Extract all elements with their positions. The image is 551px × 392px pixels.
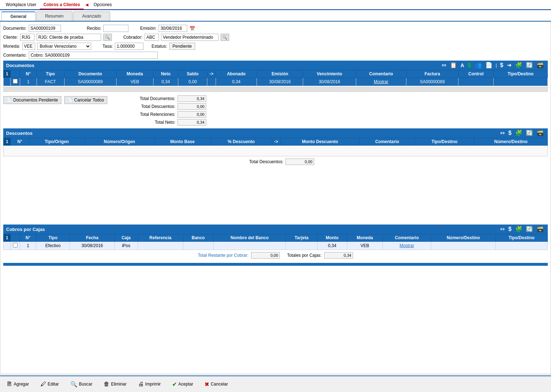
desc-dollar-btn[interactable]: $ xyxy=(507,130,513,136)
cajas-col-comentario: Comentario xyxy=(383,234,431,242)
emision-input[interactable] xyxy=(159,25,187,32)
cancelar-todos-button[interactable]: 📄 Cancelar Todos xyxy=(64,96,107,104)
doc-row-check[interactable] xyxy=(11,78,20,86)
doc-pending-icon: 📄 xyxy=(6,98,12,103)
doc-col-neto: Moneda xyxy=(116,70,153,78)
arrow-right-btn[interactable]: ➜ xyxy=(506,62,513,69)
comentario-input[interactable] xyxy=(29,52,158,59)
action-btns: 📄 Documentos Pendiente 📄 Cancelar Todos xyxy=(3,96,107,104)
cobrador-label: Cobrador: xyxy=(123,35,142,40)
comentario-label: Comentario: xyxy=(3,53,27,58)
desc-expand-btn[interactable]: ⇔ xyxy=(499,130,506,136)
cajas-row-1[interactable]: 1 Efectivo 30/08/2016 iPos 0,34 VEB Most… xyxy=(4,242,548,250)
money-green-btn[interactable]: $ xyxy=(467,62,472,69)
documentos-hscrollbar[interactable] xyxy=(3,87,548,92)
editar-icon: 🖊 xyxy=(41,381,46,387)
menu-opciones[interactable]: Opciones xyxy=(90,1,116,9)
cajas-puzzle-btn[interactable]: 🧩 xyxy=(514,226,523,232)
eliminar-button[interactable]: 🗑 Eliminar xyxy=(101,379,129,389)
descuentos-section: Descuentos ⇔ $ 🧩 🔄 🗃️ 1 N° Tipo/Origen N… xyxy=(3,128,548,165)
doc-row-1[interactable]: 1 FACT SA00000089 VEB 0,34 0,00 0,34 30/… xyxy=(4,78,548,86)
font-btn[interactable]: A xyxy=(460,62,465,68)
doc-row-comentario[interactable]: Mostrar xyxy=(356,78,406,86)
agregar-button[interactable]: 🖹 Agregar xyxy=(4,379,32,389)
doc-col-abonado: -> xyxy=(207,70,216,78)
menu-workplace-user[interactable]: Workplace User xyxy=(2,1,40,9)
cajas-db-btn[interactable]: 🗃️ xyxy=(536,226,545,232)
cajas-row-numero-destino xyxy=(431,242,495,250)
cajas-refresh-btn[interactable]: 🔄 xyxy=(525,226,534,232)
moneda-code-input[interactable] xyxy=(22,43,35,50)
documentos-section: Documentos ⇔ 📋 A $ 👥 📄 | $ ➜ 🧩 🔄 🗃️ 1 xyxy=(3,61,548,92)
puzzle-btn[interactable]: 🧩 xyxy=(514,62,523,69)
cobros-cajas-toolbar: ⇔ $ 🧩 🔄 🗃️ xyxy=(499,226,545,232)
db-btn[interactable]: 🗃️ xyxy=(536,62,545,69)
table-btn[interactable]: 📋 xyxy=(449,62,458,69)
menu-bar: Workplace User Cobros a Clientes ◄ Opcio… xyxy=(0,0,551,10)
cliente-code-input[interactable] xyxy=(20,34,34,41)
cobrador-name-input[interactable] xyxy=(161,34,218,41)
cajas-col-moneda: Moneda xyxy=(347,234,382,242)
cajas-dollar-btn[interactable]: $ xyxy=(507,226,513,232)
cajas-col-index: 1 xyxy=(4,234,11,242)
documento-input[interactable] xyxy=(29,25,61,32)
expand-btn[interactable]: ⇔ xyxy=(441,62,447,69)
cancelar-button[interactable]: ✖ Cancelar xyxy=(202,379,231,389)
tab-resumen[interactable]: Resumen xyxy=(36,11,72,21)
desc-total-label: Total Descuentos: xyxy=(237,159,283,164)
cobrador-code-input[interactable] xyxy=(145,34,159,41)
desc-puzzle-btn[interactable]: 🧩 xyxy=(514,130,523,136)
desc-col-tipo-destino: Tipo/Destino xyxy=(415,138,474,146)
descuentos-toolbar: ⇔ $ 🧩 🔄 🗃️ xyxy=(499,130,545,136)
cajas-row-check[interactable] xyxy=(11,242,20,250)
tab-general[interactable]: General xyxy=(1,11,36,21)
cobrador-search-button[interactable]: 🔍 xyxy=(221,34,229,41)
doc-col-tipo-destino2: Tipo/Destino xyxy=(494,70,548,78)
aceptar-label: Aceptar xyxy=(178,382,193,387)
desc-db-btn[interactable]: 🗃️ xyxy=(536,130,545,136)
editar-label: Editar xyxy=(48,382,59,387)
moneda-label: Moneda: xyxy=(3,44,20,49)
cajas-row-fecha: 30/08/2016 xyxy=(70,242,114,250)
tasa-input[interactable] xyxy=(115,43,143,50)
desc-col-num: N° xyxy=(11,138,29,146)
totales-cajas-input xyxy=(324,252,353,259)
total-neto-input xyxy=(178,119,206,126)
cajas-row-comentario[interactable]: Mostrar xyxy=(383,242,431,250)
refresh-btn[interactable]: 🔄 xyxy=(525,62,534,69)
documentos-title: Documentos xyxy=(6,63,34,68)
buscar-button[interactable]: 🔍 Buscar xyxy=(67,379,95,389)
calendar-icon[interactable]: 📅 xyxy=(189,26,195,31)
form-row-4: Comentario: xyxy=(3,52,548,59)
menu-cobros-clientes[interactable]: Cobros a Clientes xyxy=(40,1,84,9)
doc-col-documento: Tipo xyxy=(37,70,64,78)
tab-avanzado[interactable]: Avanzado xyxy=(73,11,110,21)
imprimir-button[interactable]: 🖨 Imprimir xyxy=(135,379,164,389)
desc-empty-row xyxy=(4,146,548,156)
form-row-2: Cliente: 🔍 Cobrador: 🔍 xyxy=(3,34,548,41)
people-btn[interactable]: 👥 xyxy=(474,62,483,69)
doc-col-saldo: Neto xyxy=(153,70,178,78)
cajas-row-num: 1 xyxy=(20,242,36,250)
editar-button[interactable]: 🖊 Editar xyxy=(38,379,62,389)
aceptar-button[interactable]: ✔ Aceptar xyxy=(169,379,196,389)
recibo-input[interactable] xyxy=(103,25,128,32)
documentos-pendientes-button[interactable]: 📄 Documentos Pendiente xyxy=(3,96,61,104)
bottom-buttons-bar: 🖹 Agregar 🖊 Editar 🔍 Buscar 🗑 Eliminar 🖨… xyxy=(0,376,551,392)
cajas-expand-btn[interactable]: ⇔ xyxy=(499,226,506,232)
dollar-btn[interactable]: $ xyxy=(499,62,504,69)
moneda-select[interactable]: Bolivar Venezolano xyxy=(37,43,91,50)
cajas-col-check xyxy=(11,234,20,242)
total-restante-area: Total Restante por Cobrar: Totales por C… xyxy=(3,250,548,261)
doc-col-comentario: Vencimiento xyxy=(303,70,356,78)
copy-btn[interactable]: 📄 xyxy=(484,62,494,69)
documentos-pendientes-label: Documentos Pendiente xyxy=(13,98,58,103)
cajas-row-nombre-banco xyxy=(213,242,286,250)
desc-col-arrow: -> xyxy=(272,138,281,146)
cliente-search-button[interactable]: 🔍 xyxy=(103,34,112,41)
desc-refresh-btn[interactable]: 🔄 xyxy=(525,130,534,136)
doc-row-moneda: VEB xyxy=(116,78,153,86)
cliente-name-input[interactable] xyxy=(37,34,101,41)
cobros-cajas-header: Cobros por Cajas ⇔ $ 🧩 🔄 🗃️ xyxy=(3,225,548,234)
cajas-row-moneda: VEB xyxy=(347,242,382,250)
